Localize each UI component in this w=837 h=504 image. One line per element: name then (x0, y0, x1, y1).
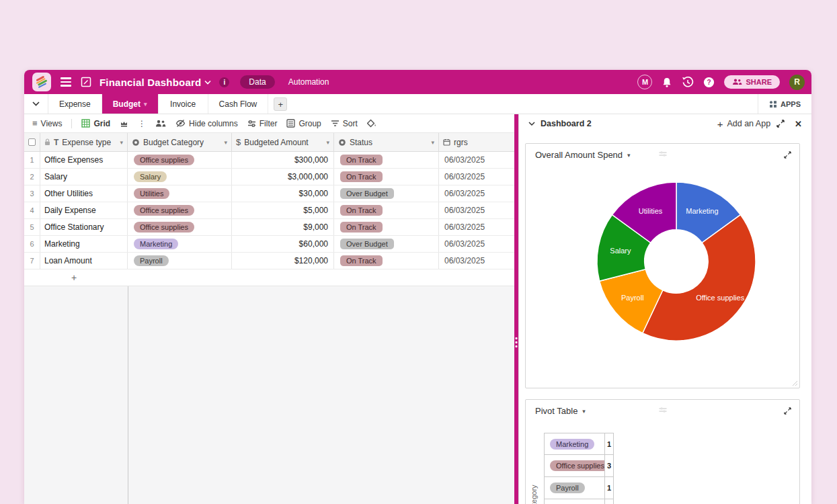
table-row[interactable]: 5Office StationaryOffice supplies$9,000O… (24, 219, 514, 236)
budgeted-amount-cell[interactable]: $9,000 (232, 219, 334, 235)
status-cell[interactable]: On Track (334, 219, 439, 235)
date-cell[interactable]: 06/03/2025 (439, 185, 514, 202)
budget-category-cell[interactable]: Office supplies (128, 202, 232, 218)
budgeted-amount-cell[interactable]: $3,000,000 (232, 169, 334, 185)
apps-button[interactable]: APPS (758, 94, 811, 114)
add-an-app-button[interactable]: + Add an App (717, 118, 770, 130)
status-cell[interactable]: On Track (334, 152, 439, 168)
status-cell[interactable]: On Track (334, 253, 439, 269)
budgeted-amount-cell[interactable]: $60,000 (232, 236, 334, 252)
menu-icon[interactable] (61, 77, 71, 86)
status-cell[interactable]: On Track (334, 169, 439, 185)
donut-chart[interactable]: MarketingOffice suppliesPayrollSalaryUti… (526, 171, 801, 386)
expand-panel-icon[interactable] (776, 120, 785, 128)
rename-icon[interactable] (81, 77, 91, 87)
row-number-cell[interactable]: 3 (24, 185, 40, 202)
status-cell[interactable]: On Track (334, 202, 439, 218)
help-icon[interactable]: ? (703, 77, 715, 88)
expense-type-cell[interactable]: Salary (40, 169, 128, 185)
widget-resize-corner[interactable] (792, 380, 798, 386)
date-cell[interactable]: 06/03/2025 (439, 219, 514, 235)
select-all-checkbox[interactable] (28, 138, 36, 146)
expense-type-cell[interactable]: Daily Expense (40, 202, 128, 218)
dashboard-chevron-down-icon[interactable] (528, 122, 535, 126)
widget-settings-icon[interactable] (658, 150, 667, 158)
add-row-plus-icon[interactable]: + (71, 272, 77, 283)
budgeted-amount-cell[interactable]: $30,000 (232, 185, 334, 202)
budgeted-amount-cell[interactable]: $300,000 (232, 152, 334, 168)
tables-chevron-down-icon[interactable] (24, 94, 48, 114)
row-number-cell[interactable]: 4 (24, 202, 40, 218)
expense-type-cell[interactable]: Office Expenses (40, 152, 128, 168)
table-row[interactable]: 6MarketingMarketing$60,000Over Budget06/… (24, 236, 514, 253)
column-header-budget-category[interactable]: Budget Category ▾ (128, 133, 232, 151)
widget-settings-icon[interactable] (658, 406, 667, 414)
budget-category-cell[interactable]: Marketing (128, 236, 232, 252)
title-chevron-down-icon[interactable] (204, 80, 211, 85)
date-cell[interactable]: 06/03/2025 (439, 202, 514, 218)
budget-category-cell[interactable]: Salary (128, 169, 232, 185)
chart-widget-title[interactable]: Overall Amount Spend▾ (535, 150, 631, 160)
filter-button[interactable]: Filter (247, 119, 278, 128)
table-row[interactable]: 3Other UtilitiesUtilities$30,000Over Bud… (24, 185, 514, 202)
date-cell[interactable]: 06/03/2025 (439, 169, 514, 185)
widget-expand-icon[interactable] (784, 407, 791, 415)
info-icon[interactable]: i (219, 77, 229, 87)
views-button[interactable]: ≡ Views (32, 118, 62, 128)
table-row[interactable]: 4Daily ExpenseOffice supplies$5,000On Tr… (24, 202, 514, 219)
column-sort-caret[interactable]: ▾ (224, 139, 227, 146)
expense-type-cell[interactable]: Office Stationary (40, 219, 128, 235)
row-number-cell[interactable]: 6 (24, 236, 40, 252)
close-panel-icon[interactable]: ✕ (795, 119, 802, 129)
budgeted-amount-cell[interactable]: $5,000 (232, 202, 334, 218)
budget-category-cell[interactable]: Payroll (128, 253, 232, 269)
status-cell[interactable]: Over Budget (334, 236, 439, 252)
row-color-icon[interactable] (367, 119, 376, 128)
expense-type-cell[interactable]: Marketing (40, 236, 128, 252)
budget-category-cell[interactable]: Office supplies (128, 219, 232, 235)
date-cell[interactable]: 06/03/2025 (439, 253, 514, 269)
budget-category-cell[interactable]: Office supplies (128, 152, 232, 168)
expense-type-cell[interactable]: Other Utilities (40, 185, 128, 202)
more-options-icon[interactable]: ⋮ (138, 119, 146, 128)
group-button[interactable]: Group (286, 119, 321, 128)
row-number-cell[interactable]: 2 (24, 169, 40, 185)
budget-category-cell[interactable]: Utilities (128, 185, 232, 202)
column-header-rgrs[interactable]: rgrs (439, 133, 514, 151)
column-header-status[interactable]: Status ▾ (334, 133, 439, 151)
column-sort-caret[interactable]: ▾ (326, 139, 329, 146)
date-cell[interactable]: 06/03/2025 (439, 152, 514, 168)
sort-button[interactable]: Sort (331, 119, 358, 128)
expense-type-cell[interactable]: Loan Amount (40, 253, 128, 269)
table-row[interactable]: 2SalarySalary$3,000,000On Track06/03/202… (24, 169, 514, 185)
member-avatar[interactable]: M (637, 75, 652, 89)
tab-cash-flow[interactable]: Cash Flow (208, 94, 269, 114)
table-row[interactable]: 1Office ExpensesOffice supplies$300,000O… (24, 152, 514, 169)
history-icon[interactable] (682, 77, 694, 88)
column-sort-caret[interactable]: ▾ (120, 139, 123, 146)
add-row[interactable]: + (24, 269, 514, 286)
row-number-cell[interactable]: 5 (24, 219, 40, 235)
tab-expense[interactable]: Expense (48, 94, 102, 114)
pivot-widget-title[interactable]: Pivot Table▾ (535, 406, 586, 416)
view-options-icon[interactable] (120, 120, 128, 128)
collaborators-icon[interactable] (155, 120, 166, 127)
widget-expand-icon[interactable] (784, 151, 791, 159)
row-number-cell[interactable]: 7 (24, 253, 40, 269)
user-avatar[interactable]: R (789, 75, 805, 90)
column-header-expense-type[interactable]: T Expense type ▾ (40, 133, 128, 151)
tab-budget[interactable]: Budget▾ (102, 94, 159, 114)
data-button[interactable]: Data (240, 75, 274, 89)
row-number-cell[interactable]: 1 (24, 152, 40, 168)
notifications-bell-icon[interactable] (662, 77, 672, 88)
hide-columns-button[interactable]: Hide columns (175, 119, 238, 128)
budgeted-amount-cell[interactable]: $120,000 (232, 253, 334, 269)
grid-view-button[interactable]: Grid (81, 119, 110, 128)
tab-invoice[interactable]: Invoice (159, 94, 208, 114)
add-table-button[interactable]: + (274, 97, 287, 111)
status-cell[interactable]: Over Budget (334, 185, 439, 202)
column-sort-caret[interactable]: ▾ (431, 139, 434, 146)
automation-button[interactable]: Automation (288, 77, 329, 87)
column-header-budgeted-amount[interactable]: $ Budgeted Amount ▾ (232, 133, 334, 151)
table-row[interactable]: 7Loan AmountPayroll$120,000On Track06/03… (24, 253, 514, 269)
